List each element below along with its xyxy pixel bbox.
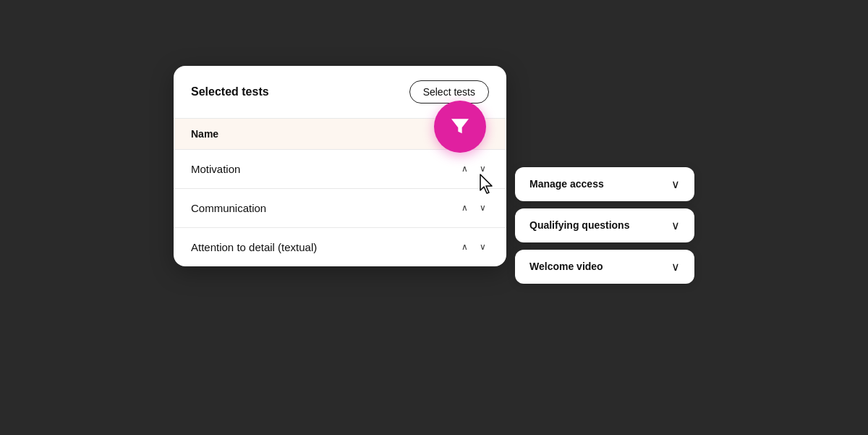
manage-access-label: Manage access [529,178,604,190]
move-down-communication[interactable]: ∨ [477,202,489,214]
qualifying-questions-dropdown[interactable]: Qualifying questions ∨ [515,208,694,242]
row-controls-communication: ∧ ∨ [459,202,489,214]
move-up-attention[interactable]: ∧ [459,241,471,253]
chevron-down-icon: ∨ [671,177,680,191]
card-title: Selected tests [191,85,269,98]
cursor [477,173,498,198]
move-up-motivation[interactable]: ∧ [459,163,471,174]
filter-bubble[interactable] [434,101,486,153]
qualifying-questions-label: Qualifying questions [529,219,629,231]
move-up-communication[interactable]: ∧ [459,202,471,214]
select-tests-button[interactable]: Select tests [409,80,489,104]
manage-access-dropdown[interactable]: Manage access ∨ [515,167,694,201]
test-name-motivation: Motivation [191,163,240,175]
welcome-video-dropdown[interactable]: Welcome video ∨ [515,250,694,284]
table-row: Motivation ∧ ∨ [174,150,506,189]
selected-tests-card: Selected tests Select tests Name Motivat… [174,66,506,266]
test-name-attention: Attention to detail (textual) [191,241,317,253]
table-row: Communication ∧ ∨ [174,189,506,228]
row-controls-attention: ∧ ∨ [459,241,489,253]
chevron-down-icon: ∨ [671,219,680,232]
move-down-attention[interactable]: ∨ [477,241,489,253]
test-name-communication: Communication [191,202,266,214]
table-row: Attention to detail (textual) ∧ ∨ [174,228,506,266]
chevron-down-icon: ∨ [671,260,680,274]
dropdown-stack: Manage access ∨ Qualifying questions ∨ W… [515,167,694,284]
filter-icon [448,115,472,138]
name-column-header: Name [191,128,218,140]
welcome-video-label: Welcome video [529,261,603,272]
